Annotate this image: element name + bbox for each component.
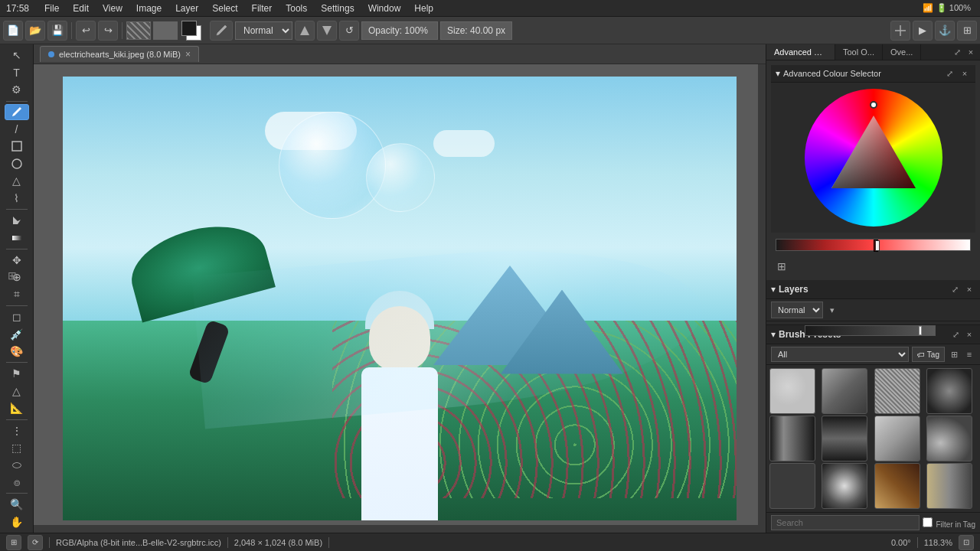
brush-item-8[interactable]	[926, 416, 972, 461]
redo-button[interactable]: ↪	[98, 21, 118, 41]
tool-pan[interactable]: ✋	[5, 514, 29, 530]
canvas-scrollbar-vertical[interactable]	[758, 64, 766, 525]
menu-image[interactable]: Image	[130, 2, 168, 15]
brush-item-2[interactable]	[822, 368, 867, 414]
layers-collapse-icon[interactable]: ▾	[771, 284, 776, 295]
layers-float-btn[interactable]: ⤢	[949, 283, 961, 295]
panel-close-button[interactable]: ×	[965, 46, 977, 58]
color-swatches[interactable]	[180, 19, 207, 42]
tool-eraser[interactable]: ◻	[5, 309, 29, 325]
brush-presets-float-btn[interactable]: ⤢	[949, 328, 962, 341]
open-button[interactable]: 📂	[25, 21, 45, 41]
guides-button[interactable]	[890, 21, 910, 41]
brush-search-input[interactable]	[771, 515, 920, 530]
tool-gradient[interactable]	[5, 230, 29, 246]
menu-select[interactable]: Select	[206, 2, 243, 15]
filter-in-tag-checkbox[interactable]	[923, 517, 933, 527]
menu-help[interactable]: Help	[408, 2, 439, 15]
brush-item-3[interactable]	[874, 368, 920, 414]
menu-filter[interactable]: Filter	[246, 2, 279, 15]
canvas-tab-close[interactable]: ×	[185, 49, 191, 60]
brush-item-11[interactable]	[874, 463, 920, 509]
tool-selection-ellipse[interactable]: ⬭	[5, 457, 29, 473]
opacity-slider[interactable]	[805, 325, 936, 336]
brush-item-7[interactable]	[874, 416, 920, 461]
tool-zoom[interactable]: 🔍	[5, 497, 29, 513]
brush-preset-icon[interactable]	[210, 21, 233, 41]
tool-crop[interactable]: ⌗	[5, 287, 29, 303]
menu-settings[interactable]: Settings	[315, 2, 360, 15]
fill-pattern-2[interactable]	[153, 21, 178, 40]
statusbar-btn-2[interactable]: ⟳	[28, 535, 43, 550]
panel-float-button[interactable]: ⤢	[951, 46, 963, 58]
menu-tools[interactable]: Tools	[279, 2, 313, 15]
tool-polygon[interactable]: △	[5, 173, 29, 189]
play-button[interactable]: ▶	[913, 21, 933, 41]
tool-line[interactable]: /	[5, 122, 29, 138]
brush-tag-button[interactable]: 🏷 Tag	[912, 347, 945, 362]
hue-slider-thumb[interactable]	[874, 240, 878, 252]
fill-pattern-1[interactable]	[126, 21, 151, 40]
statusbar-zoom-fit[interactable]: ⊡	[959, 535, 974, 550]
opacity-bar[interactable]: Opacity: 100%	[361, 21, 438, 40]
blend-mode-select[interactable]: Normal Multiply Screen	[235, 21, 292, 40]
tool-text[interactable]: T	[5, 65, 29, 81]
tab-advanced-colour[interactable]: Advanced Colour Sel...	[766, 44, 835, 60]
tool-transform[interactable]: ✥	[5, 253, 29, 269]
colour-wheel-container[interactable]: ⊞	[771, 83, 975, 233]
undo-button[interactable]: ↩	[76, 21, 96, 41]
brush-filter-select[interactable]: All Basic Digital	[771, 347, 909, 362]
tool-warp[interactable]: ⚑	[5, 366, 29, 382]
tab-tool-options[interactable]: Tool O...	[835, 44, 883, 60]
colour-selector-float-btn[interactable]: ⤢	[943, 67, 956, 80]
tool-brush[interactable]	[5, 104, 29, 120]
colour-selector-collapse-icon[interactable]: ▾	[776, 68, 780, 79]
tool-path[interactable]: ⌇	[5, 191, 29, 207]
tab-overview[interactable]: Ove...	[883, 44, 921, 60]
tool-selection-rect[interactable]: ⬚	[5, 440, 29, 456]
tool-pointer[interactable]: ↖	[5, 47, 29, 64]
layers-close-btn[interactable]: ×	[963, 283, 975, 295]
mirror-h-button[interactable]	[295, 21, 315, 41]
anchor-button[interactable]: ⚓	[935, 21, 955, 41]
brush-item-1[interactable]	[769, 368, 815, 414]
menu-view[interactable]: View	[96, 2, 129, 15]
layers-blend-select[interactable]: Normal Multiply Screen Overlay	[771, 302, 823, 318]
colour-selector-close-btn[interactable]: ×	[959, 67, 971, 80]
tool-fill[interactable]	[5, 213, 29, 229]
filter-in-tag-label[interactable]: Filter in Tag	[923, 517, 975, 529]
tool-selection-contiguous[interactable]: ⌾	[5, 474, 29, 491]
brush-item-9[interactable]	[769, 463, 815, 509]
hue-slider[interactable]	[776, 239, 971, 251]
brush-list-view-btn[interactable]: ≡	[963, 348, 975, 360]
menu-window[interactable]: Window	[362, 2, 407, 15]
docker-button[interactable]: ⊞	[957, 21, 977, 41]
canvas-tab-item[interactable]: electrichearts_kiki.jpeg (8.0 MiB) ×	[40, 46, 199, 62]
tool-measure[interactable]: 📐	[5, 400, 29, 416]
layers-blend-down-icon[interactable]: ▾	[826, 304, 838, 316]
menu-layer[interactable]: Layer	[169, 2, 204, 15]
menu-file[interactable]: File	[38, 2, 65, 15]
size-bar[interactable]: Size: 40.00 px	[440, 21, 512, 40]
brush-item-5[interactable]	[769, 416, 815, 461]
brush-item-10[interactable]	[822, 463, 867, 509]
save-button[interactable]: 💾	[47, 21, 67, 41]
colour-options-icon[interactable]: ⊞	[776, 259, 788, 274]
mirror-v-button[interactable]	[317, 21, 337, 41]
canvas-scrollbar-horizontal[interactable]	[34, 525, 766, 533]
tool-krita-paintop[interactable]: ⚙	[5, 82, 29, 98]
tool-assistant[interactable]: △	[5, 383, 29, 399]
tool-ellipse[interactable]	[5, 156, 29, 172]
brush-item-6[interactable]	[822, 416, 867, 461]
menu-edit[interactable]: Edit	[67, 2, 95, 15]
brush-presets-close-btn[interactable]: ×	[963, 328, 975, 341]
reset-button[interactable]: ↺	[339, 21, 359, 41]
brush-presets-collapse-icon[interactable]: ▾	[771, 329, 776, 340]
canvas-wrapper[interactable]	[34, 64, 766, 533]
tool-multibrush[interactable]: ⋮	[5, 422, 29, 439]
tool-colorpicker[interactable]: 💉	[5, 326, 29, 342]
new-button[interactable]: 📄	[3, 21, 23, 41]
brush-grid-view-btn[interactable]: ⊞	[948, 348, 960, 360]
brush-item-12[interactable]	[926, 463, 972, 509]
tool-colorselect[interactable]: 🎨	[5, 344, 29, 360]
